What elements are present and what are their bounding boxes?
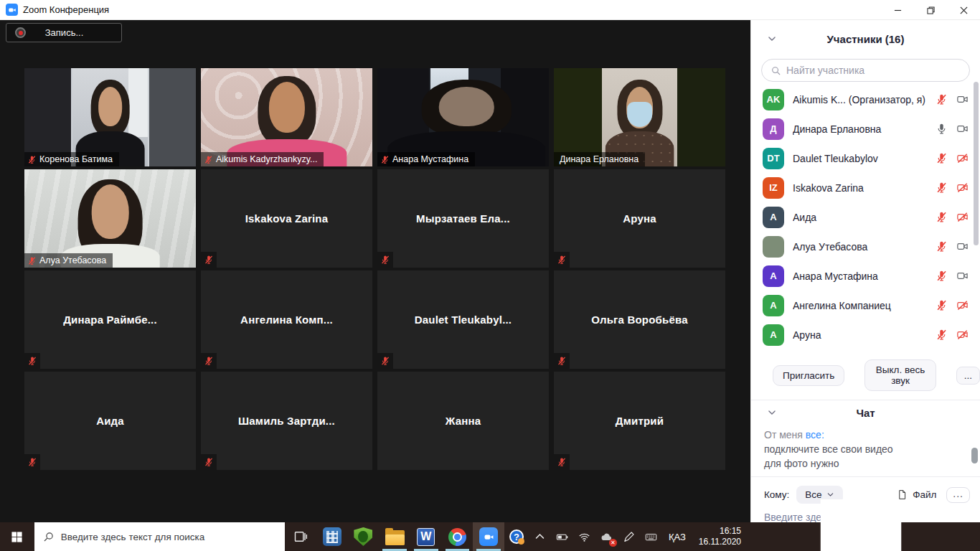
recording-label: Запись... xyxy=(45,27,103,38)
mic-muted-icon[interactable] xyxy=(936,152,948,164)
camera-off-icon[interactable] xyxy=(956,211,969,223)
mute-all-button[interactable]: Выкл. весь звук xyxy=(864,359,936,391)
help-tray-button[interactable]: ? xyxy=(504,522,529,551)
avatar: AK xyxy=(763,89,784,110)
titlebar: Zoom Конференция xyxy=(0,0,980,20)
camera-off-icon[interactable] xyxy=(956,329,969,341)
mic-muted-icon[interactable] xyxy=(936,211,948,223)
muted-mic-icon xyxy=(24,454,40,470)
video-area: Запись... Коренова Батима xyxy=(0,20,750,522)
mic-muted-icon[interactable] xyxy=(936,182,948,194)
battery-tray-button[interactable] xyxy=(551,522,573,551)
onedrive-tray-button[interactable] xyxy=(595,522,618,551)
participant-search[interactable] xyxy=(761,59,970,82)
video-tile[interactable]: Алуа Утебасова xyxy=(24,169,196,268)
video-tile[interactable]: Aikumis Kadyrzhankyzy... xyxy=(201,68,372,166)
participant-row[interactable]: AK Aikumis K... (Организатор, я) xyxy=(751,85,980,114)
action-center-button[interactable]: 2 xyxy=(748,481,977,551)
message-recipient: все: xyxy=(806,429,824,441)
video-tile[interactable]: Анара Мустафина xyxy=(377,68,549,166)
taskbar-file-explorer[interactable] xyxy=(379,522,410,551)
minimize-button[interactable] xyxy=(881,0,914,20)
video-tile-active-speaker[interactable]: Динара Ерлановна xyxy=(554,68,725,166)
recording-indicator[interactable]: Запись... xyxy=(6,23,122,42)
participant-row[interactable]: Д Динара Ерлановна xyxy=(751,114,980,143)
restore-button[interactable] xyxy=(914,0,947,20)
participants-more-button[interactable]: ... xyxy=(956,367,980,385)
video-tile[interactable]: Мырзатаев Ела... xyxy=(377,169,549,268)
avatar: A xyxy=(763,295,784,316)
taskbar-chrome[interactable] xyxy=(442,522,473,551)
tray-overflow-button[interactable] xyxy=(529,522,551,551)
video-tile[interactable]: Шамиль Зартди... xyxy=(201,372,372,470)
invite-button[interactable]: Пригласить xyxy=(773,365,844,386)
help-icon: ? xyxy=(509,529,524,544)
muted-mic-icon xyxy=(24,353,40,369)
mic-muted-icon[interactable] xyxy=(936,270,948,282)
participant-row[interactable]: Алуа Утебасова xyxy=(751,232,980,261)
start-button[interactable] xyxy=(0,522,34,551)
camera-off-icon[interactable] xyxy=(956,182,969,194)
video-tile[interactable]: Ольга Воробьёва xyxy=(554,270,725,369)
camera-off-icon[interactable] xyxy=(956,152,969,164)
video-tile[interactable]: Daulet Tleukabyl... xyxy=(377,270,549,369)
taskbar-antivirus[interactable] xyxy=(348,522,380,551)
camera-on-icon[interactable] xyxy=(956,240,969,253)
taskbar-search[interactable] xyxy=(34,522,286,551)
pen-tray-button[interactable] xyxy=(618,522,640,551)
chat-scrollbar[interactable] xyxy=(971,448,978,463)
muted-mic-icon xyxy=(204,155,213,164)
taskbar-calculator[interactable] xyxy=(316,522,348,551)
collapse-participants-icon[interactable] xyxy=(767,34,777,44)
video-tile[interactable]: Коренова Батима xyxy=(24,68,196,166)
taskbar-zoom-active[interactable] xyxy=(473,522,504,551)
record-dot-icon xyxy=(15,27,26,38)
touch-keyboard-button[interactable] xyxy=(640,522,662,551)
mic-on-icon[interactable] xyxy=(936,123,948,135)
collapse-chat-icon[interactable] xyxy=(767,408,777,418)
video-tile[interactable]: Ангелина Комп... xyxy=(201,270,372,369)
participant-row[interactable]: DT Daulet Tleukabylov xyxy=(751,143,980,173)
video-tile[interactable]: Дмитрий xyxy=(554,372,725,470)
video-tile[interactable]: Динара Раймбе... xyxy=(24,270,196,369)
video-tile[interactable]: Аруна xyxy=(554,169,725,268)
mic-muted-icon[interactable] xyxy=(936,329,948,341)
name-chip: Анара Мустафина xyxy=(377,152,475,166)
participant-row[interactable]: IZ Iskakova Zarina xyxy=(751,173,980,202)
muted-mic-icon xyxy=(554,353,570,369)
mic-muted-icon[interactable] xyxy=(936,299,948,311)
camera-on-icon[interactable] xyxy=(956,93,969,105)
taskbar-search-input[interactable] xyxy=(61,532,278,542)
camera-on-icon[interactable] xyxy=(956,270,969,282)
camera-on-icon[interactable] xyxy=(956,123,969,135)
participant-name: Iskakova Zarina xyxy=(793,182,864,194)
notification-icon xyxy=(753,481,969,551)
task-view-button[interactable] xyxy=(285,522,316,551)
network-tray-button[interactable] xyxy=(573,522,595,551)
gallery-grid: Коренова Батима Aikumis Kadyrzhankyzy... xyxy=(24,68,725,470)
mic-muted-icon[interactable] xyxy=(936,93,948,105)
participant-row[interactable]: A Аида xyxy=(751,202,980,232)
camera-off-icon[interactable] xyxy=(956,299,969,311)
close-button[interactable] xyxy=(947,0,980,20)
language-indicator[interactable]: ҚАЗ xyxy=(662,532,692,542)
folder-icon xyxy=(385,530,405,545)
mic-muted-icon[interactable] xyxy=(936,240,948,253)
taskbar-word[interactable]: W xyxy=(410,522,442,551)
participant-search-input[interactable] xyxy=(786,65,961,76)
word-icon: W xyxy=(417,528,435,546)
name-chip: Aikumis Kadyrzhankyzy... xyxy=(201,152,324,166)
video-tile[interactable]: Аида xyxy=(24,372,196,470)
search-icon xyxy=(43,531,55,542)
participant-row[interactable]: A Аруна xyxy=(751,320,980,349)
avatar: A xyxy=(763,324,784,346)
participant-row[interactable]: A Ангелина Компаниец xyxy=(751,291,980,320)
participant-name: Мырзатаев Ела... xyxy=(377,169,549,268)
participants-scrollbar[interactable] xyxy=(974,82,979,245)
clock[interactable]: 16:15 16.11.2020 xyxy=(692,526,748,547)
participant-row[interactable]: A Анара Мустафина xyxy=(751,261,980,291)
video-tile[interactable]: Iskakova Zarina xyxy=(201,169,372,268)
avatar: A xyxy=(763,207,784,228)
video-tile[interactable]: Жанна xyxy=(377,372,549,470)
participant-name: Аида xyxy=(24,372,196,470)
